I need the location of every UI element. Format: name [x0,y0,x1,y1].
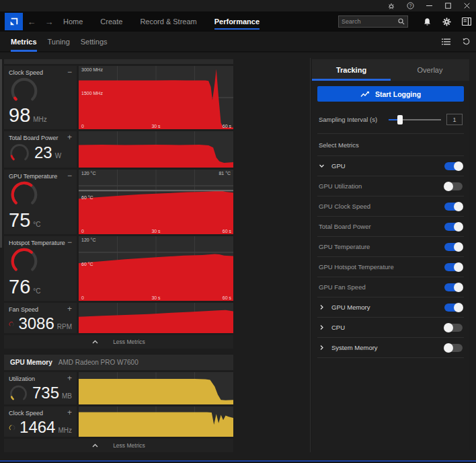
back-arrow-icon[interactable]: ← [23,17,40,27]
metric-chart [79,406,233,437]
search-box[interactable] [338,15,408,28]
less-metrics-button[interactable]: Less Metrics [4,335,233,349]
gpu-device-name: AMD Radeon PRO W7600 [58,359,138,366]
less-metrics-button[interactable]: Less Metrics [4,439,233,452]
metric-toggle-label: GPU Memory [331,304,370,311]
tab-tuning[interactable]: Tuning [48,32,70,52]
amd-logo[interactable] [5,13,23,30]
metric-chart [79,303,233,333]
performance-subtabs: Metrics Tuning Settings [0,32,476,52]
chevron-right-icon[interactable] [319,304,325,310]
toggle-switch-system-memory[interactable] [444,344,463,352]
card-expand-button[interactable]: + [67,410,72,416]
metric-chart: 120 °C 81 °C 60 °C 0 30 s 60 s [79,170,233,234]
sampling-interval-row: Sampling Interval (s) 1 [317,110,464,134]
metric-toggle-label: GPU Clock Speed [319,203,370,210]
metric-value: 23 [34,143,52,162]
metric-unit: MHz [58,427,72,434]
tray-settings-icon[interactable] [382,0,401,11]
toggle-switch-gpu-memory[interactable] [444,304,463,312]
notifications-bell-icon[interactable] [418,11,437,32]
metric-unit: °C [33,287,40,295]
nav-item-record-stream[interactable]: Record & Stream [140,12,196,31]
metrics-panel: Clock Speed − 98 MHz 3000 MHz 1500 MHz 0… [4,59,233,454]
metric-card-fan-speed: Fan Speed + 3086 RPM [4,303,233,333]
panel-layout-icon[interactable] [457,11,476,32]
settings-gear-icon[interactable] [437,11,457,32]
metric-toggle-label: CPU [331,324,345,331]
metric-chart: 120 °C 60 °C 0 30 s 60 s [79,236,233,301]
list-view-icon[interactable] [436,32,456,52]
logging-chart-icon [360,91,370,98]
tracking-row-cpu: CPU [317,318,464,338]
tracking-row-total-board-power: Total Board Power [317,217,464,237]
metric-chart [79,131,233,168]
toggle-switch-total-board-power[interactable] [444,223,463,231]
tab-overlay[interactable]: Overlay [391,59,469,81]
metric-unit: RPM [57,323,72,330]
close-button[interactable] [457,0,476,11]
tab-tracking[interactable]: Tracking [312,59,391,81]
metric-value: 3086 [18,314,54,333]
metric-chart [79,372,233,404]
tab-metrics[interactable]: Metrics [11,32,37,52]
main-navbar: ← → Home Create Record & Stream Performa… [0,11,476,32]
sampling-interval-value: 1 [446,114,463,125]
tracking-row-gpu-clock-speed: GPU Clock Speed [317,197,464,217]
help-icon[interactable]: ? [401,0,420,11]
slider-thumb[interactable] [397,115,403,124]
metric-chart: 3000 MHz 1500 MHz 0 30 s 60 s [79,66,233,129]
chevron-down-icon[interactable] [319,163,325,169]
toggle-switch-gpu-hotspot-temperature[interactable] [444,263,463,271]
forward-arrow-icon[interactable]: → [40,17,58,27]
toggle-switch-gpu-utilization[interactable] [444,182,463,190]
toggle-switch-gpu-fan-speed[interactable] [444,283,463,291]
chevron-right-icon[interactable] [319,345,325,351]
metric-unit: W [55,152,61,159]
metric-unit: MB [62,392,72,400]
metric-card-gpu-clock-speed: Clock Speed − 98 MHz 3000 MHz 1500 MHz 0… [4,66,233,129]
chevron-up-icon [92,340,98,344]
minimize-button[interactable] [420,0,438,11]
card-expand-button[interactable]: + [67,135,72,141]
search-input[interactable] [342,18,398,25]
start-logging-button[interactable]: Start Logging [317,86,464,102]
tab-settings[interactable]: Settings [81,32,108,52]
card-collapse-button[interactable]: − [67,240,72,246]
window-focus-border [0,460,476,462]
clipped-section-header [4,59,233,64]
card-expand-button[interactable]: + [67,306,72,312]
maximize-button[interactable] [438,0,457,11]
metric-label: Clock Speed [9,69,43,76]
nav-item-performance[interactable]: Performance [214,12,260,31]
card-expand-button[interactable]: + [67,376,72,382]
reset-icon[interactable] [456,32,476,52]
metric-toggle-label: GPU [331,162,346,170]
gpu-memory-section-header: GPU Memory AMD Radeon PRO W7600 [4,355,233,370]
metric-card-total-board-power: Total Board Power + 23 W [4,131,233,168]
card-collapse-button[interactable]: − [67,173,72,179]
tracking-row-gpu-temperature: GPU Temperature [317,237,464,257]
metric-unit: MHz [33,116,47,123]
metric-toggle-label: GPU Temperature [319,243,370,250]
toggle-switch-gpu-clock-speed[interactable] [444,203,463,211]
tracking-row-gpu-utilization: GPU Utilization [317,176,464,197]
panel-divider-scrollbar[interactable] [310,58,311,452]
toggle-switch-gpu[interactable] [444,162,463,170]
card-collapse-button[interactable]: − [67,69,72,75]
toggle-switch-gpu-temperature[interactable] [444,243,463,251]
left-scrollbar[interactable] [0,59,2,248]
sampling-interval-slider[interactable] [389,115,441,124]
tracking-row-system-memory: System Memory [317,338,464,358]
metric-value: 98 [9,104,30,127]
toggle-switch-cpu[interactable] [444,324,463,332]
titlebar: ? [0,0,476,11]
nav-item-home[interactable]: Home [63,12,83,31]
chevron-right-icon[interactable] [319,324,325,330]
metric-unit: °C [33,221,40,228]
metric-card-memory-utilization: Utilization + 735 MB [4,372,233,404]
gauge-dial [9,315,14,333]
metric-value: 76 [9,276,30,298]
nav-item-create[interactable]: Create [100,12,122,31]
metric-toggle-label: GPU Utilization [319,182,362,190]
